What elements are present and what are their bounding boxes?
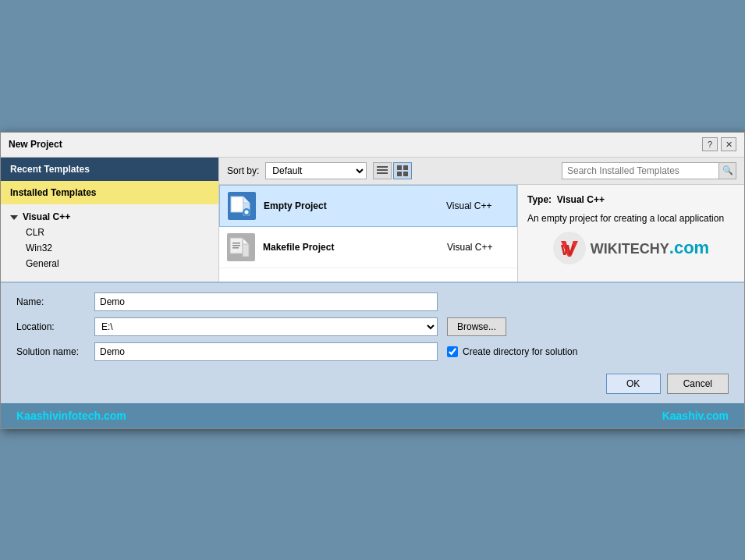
browse-area: Browse...	[447, 317, 506, 336]
tree-item-visual-cpp[interactable]: Visual C++	[1, 209, 218, 225]
sidebar-installed-templates[interactable]: Installed Templates	[1, 181, 218, 204]
template-name-makefile: Makefile Project	[263, 242, 439, 253]
search-icon: 🔍	[722, 165, 733, 175]
new-project-dialog: New Project ? ✕ Recent Templates Install…	[0, 132, 745, 429]
wiki-logo-icon: W	[553, 232, 586, 264]
sort-label: Sort by:	[227, 165, 259, 176]
svg-rect-4	[403, 165, 408, 170]
info-description: An empty project for creating a local ap…	[527, 211, 735, 225]
empty-project-icon	[228, 192, 256, 220]
title-bar: New Project ? ✕	[1, 133, 744, 158]
browse-button[interactable]: Browse...	[447, 317, 506, 336]
svg-point-12	[245, 210, 249, 214]
brand-suffix: .com	[669, 238, 709, 257]
svg-text:W: W	[561, 243, 574, 258]
chevron-down-icon	[10, 211, 20, 222]
name-input[interactable]	[94, 292, 438, 311]
tree-child-label-general: General	[26, 258, 59, 269]
dialog-title: New Project	[9, 139, 62, 150]
svg-rect-17	[232, 243, 240, 244]
close-button[interactable]: ✕	[721, 137, 736, 151]
sort-select[interactable]: Default Name Type	[265, 162, 367, 179]
search-input[interactable]	[562, 164, 718, 178]
svg-rect-19	[232, 247, 239, 249]
sidebar: Recent Templates Installed Templates Vis…	[1, 158, 219, 282]
tree-item-clr[interactable]: CLR	[1, 225, 218, 240]
svg-rect-8	[231, 197, 243, 212]
template-item-empty-project[interactable]: Empty Project Visual C++	[219, 185, 517, 227]
bottom-bar: Kaashivinfotech.com Kaashiv.com	[1, 403, 744, 428]
info-panel: Type: Visual C++ An empty project for cr…	[518, 185, 744, 282]
view-toggle-icons	[373, 162, 412, 179]
solution-row: Solution name: Create directory for solu…	[16, 342, 729, 361]
create-dir-checkbox[interactable]	[447, 346, 458, 357]
makefile-project-icon	[227, 233, 255, 261]
search-box: 🔍	[562, 162, 736, 179]
title-bar-controls: ? ✕	[702, 137, 736, 151]
list-view-button[interactable]	[373, 162, 392, 179]
svg-rect-3	[397, 165, 402, 170]
svg-rect-1	[377, 169, 388, 171]
template-lang-makefile: Visual C++	[447, 242, 509, 253]
cancel-button[interactable]: Cancel	[667, 374, 729, 394]
toolbar: Sort by: Default Name Type	[219, 158, 744, 185]
template-name-empty: Empty Project	[264, 200, 438, 211]
ok-button[interactable]: OK	[606, 374, 661, 394]
bottom-left-link[interactable]: Kaashivinfotech.com	[16, 409, 126, 422]
info-type-value: Visual C++	[557, 194, 605, 205]
tree-parent-label: Visual C++	[23, 211, 70, 222]
action-buttons: OK Cancel	[16, 367, 729, 394]
location-select[interactable]: E:\	[94, 317, 438, 336]
right-panel: Sort by: Default Name Type	[219, 158, 744, 282]
location-label: Location:	[16, 321, 94, 332]
form-area: Name: Location: E:\ Browse... Solution n…	[1, 282, 744, 403]
name-label: Name:	[16, 296, 94, 307]
tree-child-label-clr: CLR	[26, 227, 44, 238]
svg-rect-6	[403, 172, 408, 176]
brand-text: WIKITECHY	[591, 241, 669, 257]
template-list: Empty Project Visual C++	[219, 185, 518, 282]
info-type: Type: Visual C++	[527, 194, 735, 205]
svg-rect-5	[397, 172, 402, 176]
tree-item-win32[interactable]: Win32	[1, 240, 218, 256]
template-item-makefile-project[interactable]: Makefile Project Visual C++	[219, 227, 517, 268]
create-dir-label: Create directory for solution	[463, 346, 577, 357]
info-type-label: Type:	[527, 194, 552, 205]
template-area: Empty Project Visual C++	[219, 185, 744, 282]
main-content: Recent Templates Installed Templates Vis…	[1, 158, 744, 282]
solution-label: Solution name:	[16, 346, 94, 357]
sidebar-recent-templates[interactable]: Recent Templates	[1, 158, 218, 181]
tile-view-button[interactable]	[393, 162, 412, 179]
svg-rect-2	[377, 172, 388, 174]
sidebar-tree: Visual C++ CLR Win32 General	[1, 204, 218, 282]
watermark: W WIKITECHY.com	[553, 232, 709, 264]
tree-item-general[interactable]: General	[1, 256, 218, 271]
location-row: Location: E:\ Browse...	[16, 317, 729, 336]
solution-input[interactable]	[94, 342, 438, 361]
watermark-brand: WIKITECHY.com	[591, 238, 709, 258]
search-button[interactable]: 🔍	[718, 163, 736, 179]
template-lang-empty: Visual C++	[446, 200, 509, 211]
create-dir-area: Create directory for solution	[447, 346, 577, 357]
bottom-right-link[interactable]: Kaashiv.com	[662, 409, 729, 422]
watermark-area: W WIKITECHY.com	[527, 232, 735, 272]
help-button[interactable]: ?	[702, 137, 718, 151]
create-dir-checkbox-row: Create directory for solution	[447, 346, 577, 357]
name-row: Name:	[16, 292, 729, 311]
svg-rect-0	[377, 166, 388, 168]
svg-rect-18	[232, 245, 240, 246]
tree-child-label-win32: Win32	[26, 243, 52, 253]
